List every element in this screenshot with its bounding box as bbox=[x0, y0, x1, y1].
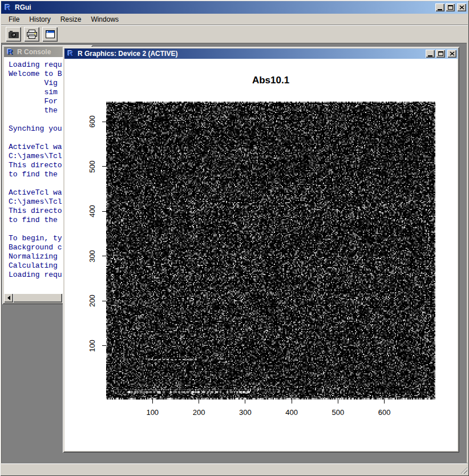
copy-camera-button[interactable] bbox=[6, 27, 21, 42]
console-window-button[interactable] bbox=[42, 27, 58, 42]
r-logo-icon: R bbox=[5, 47, 15, 57]
y-tick-mark bbox=[102, 166, 106, 167]
x-tick-mark bbox=[384, 400, 385, 404]
print-button[interactable] bbox=[24, 27, 39, 42]
x-tick-mark bbox=[292, 400, 292, 404]
close-button[interactable] bbox=[457, 3, 466, 11]
x-tick-label: 100 bbox=[146, 408, 159, 417]
y-tick-mark bbox=[102, 301, 106, 301]
y-tick-mark bbox=[102, 345, 106, 346]
app-title: RGui bbox=[15, 3, 435, 11]
scroll-left-button[interactable] bbox=[4, 293, 13, 302]
minimize-button[interactable] bbox=[435, 3, 444, 11]
plot-area: Abs10.1 10020030040050060010020030040050… bbox=[64, 59, 458, 451]
window-icon bbox=[45, 30, 56, 39]
y-tick-label: 200 bbox=[88, 295, 96, 307]
microarray-image bbox=[106, 102, 435, 400]
x-tick-mark bbox=[152, 400, 153, 404]
resize-grip[interactable] bbox=[460, 466, 467, 474]
y-tick-mark bbox=[102, 122, 106, 122]
graphics-window: R R Graphics: Device 2 (ACTIVE) Abs10.1 … bbox=[63, 47, 459, 453]
y-tick-mark bbox=[102, 211, 106, 212]
y-tick-label: 100 bbox=[88, 340, 96, 352]
menu-item-windows[interactable]: Windows bbox=[87, 14, 122, 25]
x-tick-label: 300 bbox=[239, 408, 252, 417]
x-tick-mark bbox=[338, 400, 338, 404]
x-tick-mark bbox=[199, 400, 199, 404]
arrow-left-icon bbox=[7, 296, 10, 300]
x-tick-label: 600 bbox=[378, 408, 391, 417]
y-tick-label: 300 bbox=[88, 250, 96, 263]
menu-item-file[interactable]: File bbox=[5, 14, 23, 25]
maximize-icon bbox=[448, 5, 453, 10]
menu-item-resize[interactable]: Resize bbox=[57, 14, 85, 25]
printer-icon bbox=[26, 30, 38, 39]
x-tick-mark bbox=[245, 400, 245, 404]
y-tick-label: 600 bbox=[88, 115, 96, 128]
y-tick-label: 500 bbox=[88, 160, 96, 173]
close-icon bbox=[450, 51, 455, 56]
close-icon bbox=[459, 5, 464, 10]
y-tick-label: 400 bbox=[88, 205, 96, 217]
x-tick-label: 400 bbox=[285, 408, 298, 417]
graphics-window-controls bbox=[426, 50, 456, 58]
camera-icon bbox=[8, 30, 19, 39]
menu-item-history[interactable]: History bbox=[26, 14, 54, 25]
graphics-minimize-button[interactable] bbox=[426, 50, 435, 58]
r-logo-icon: R bbox=[66, 49, 75, 58]
maximize-icon bbox=[438, 51, 443, 56]
x-tick-label: 500 bbox=[331, 408, 344, 417]
graphics-title: R Graphics: Device 2 (ACTIVE) bbox=[78, 50, 426, 58]
graphics-close-button[interactable] bbox=[447, 50, 456, 58]
maximize-button[interactable] bbox=[446, 3, 455, 11]
app-titlebar[interactable]: R RGui bbox=[1, 1, 468, 14]
minimize-icon bbox=[428, 55, 432, 57]
minimize-icon bbox=[438, 9, 442, 10]
menubar: File History Resize Windows bbox=[1, 14, 468, 25]
y-tick-mark bbox=[102, 256, 106, 256]
scrollbar-thumb[interactable] bbox=[13, 293, 62, 302]
toolbar bbox=[1, 25, 468, 43]
statusbar bbox=[1, 463, 468, 474]
graphics-maximize-button[interactable] bbox=[436, 50, 445, 58]
x-tick-label: 200 bbox=[193, 408, 205, 417]
window-controls bbox=[435, 3, 466, 11]
graphics-titlebar[interactable]: R R Graphics: Device 2 (ACTIVE) bbox=[64, 49, 458, 59]
r-logo-icon: R bbox=[3, 3, 13, 12]
plot-title: Abs10.1 bbox=[106, 75, 435, 86]
rgui-window: R RGui File History Resize Windows bbox=[0, 0, 469, 476]
mdi-area: R R Console Loading requWelcome to B Vig… bbox=[1, 43, 467, 463]
